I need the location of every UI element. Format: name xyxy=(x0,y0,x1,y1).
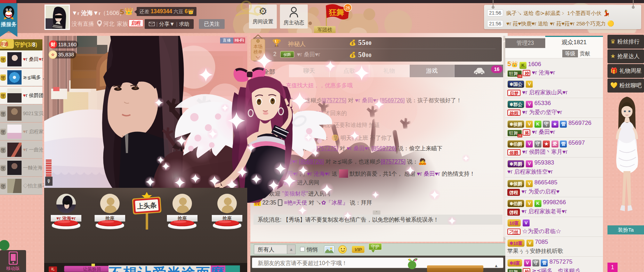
svg-text:开通: 开通 xyxy=(0,42,8,47)
svg-text:上头条: 上头条 xyxy=(136,201,157,210)
svg-text:榜单: 榜单 xyxy=(253,49,263,55)
svg-text:本场: 本场 xyxy=(253,44,263,49)
svg-text:26: 26 xyxy=(345,6,350,10)
svg-text:狂舞: 狂舞 xyxy=(329,8,344,17)
svg-text:播服务: 播服务 xyxy=(1,21,17,27)
